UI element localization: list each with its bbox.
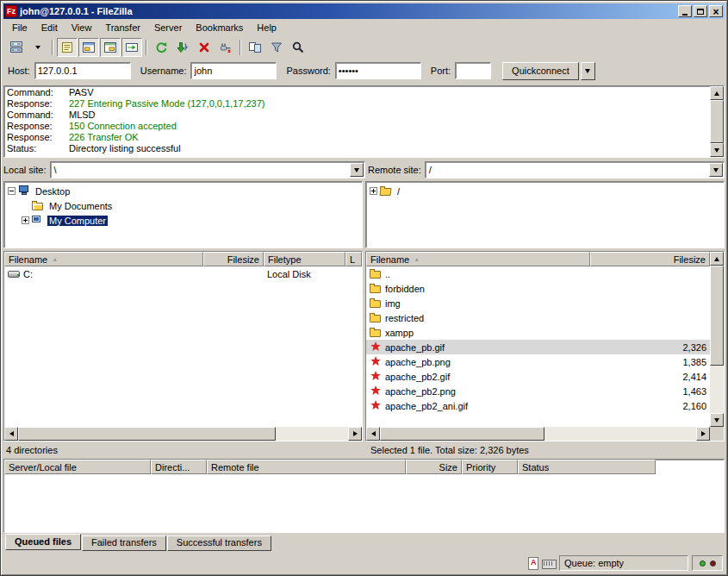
site-manager-dropdown[interactable] [28,38,48,57]
scroll-right-button[interactable] [348,427,362,441]
file-row[interactable]: xampp [366,325,710,340]
process-queue-button[interactable] [172,38,193,57]
scroll-down-button[interactable] [710,143,724,157]
log-line-message: Directory listing successful [69,143,181,154]
title-bar[interactable]: Fz john@127.0.0.1 - FileZilla [3,3,725,19]
queue-tab[interactable]: Successful transfers [167,535,271,551]
column-header[interactable]: Server/Local file [4,460,151,474]
scroll-down-button[interactable] [710,413,724,427]
scrollbar-track[interactable] [710,100,724,143]
quickconnect-dropdown-button[interactable] [581,62,595,80]
tree-item-label: My Computer [47,216,108,226]
transfer-type-icon[interactable] [526,557,539,569]
remote-vertical-scrollbar[interactable] [710,252,724,427]
scroll-up-button[interactable] [710,86,724,100]
scrollbar-thumb[interactable] [710,266,724,366]
queue-body[interactable] [4,474,724,532]
scrollbar-track[interactable] [380,427,696,441]
quickconnect-button[interactable]: Quickconnect [502,62,579,80]
menu-item[interactable]: View [65,20,99,35]
column-header[interactable]: Size [406,460,462,474]
menu-item[interactable]: Server [147,20,189,35]
scrollbar-thumb[interactable] [18,427,276,441]
local-list-body[interactable]: C: Local Disk [4,266,362,427]
remote-list-body[interactable]: .. forbidden [366,266,710,427]
site-manager-button[interactable] [6,38,27,57]
file-row[interactable]: img [366,296,710,310]
file-row[interactable]: forbidden [366,281,710,296]
filename-cell: apache_pb2.gif [366,369,590,384]
column-header[interactable]: Remote file [207,460,406,474]
scroll-left-button[interactable] [4,427,18,441]
filename-filters-button[interactable] [266,38,287,57]
menu-item[interactable]: File [5,20,34,35]
toggle-transfer-queue-button[interactable] [121,38,142,57]
scroll-left-button[interactable] [366,427,380,441]
queue-tab[interactable]: Failed transfers [82,535,166,551]
file-row[interactable]: apache_pb2.gif 2,414 [366,369,710,384]
tree-item[interactable]: / [366,184,724,198]
file-row[interactable]: apache_pb2_ani.gif 2,160 [366,398,710,413]
column-header[interactable]: L [345,252,362,266]
column-header[interactable]: Filename [4,252,203,266]
menu-item[interactable]: Transfer [98,20,147,35]
password-input[interactable] [335,62,421,79]
menu-item[interactable]: Bookmarks [189,20,250,35]
toggle-message-log-button[interactable] [57,38,78,57]
log-vertical-scrollbar[interactable] [710,86,724,157]
scrollbar-track[interactable] [710,266,724,413]
menu-item[interactable]: Edit [34,20,65,35]
column-header[interactable]: Filesize [590,252,710,266]
remote-horizontal-scrollbar[interactable] [366,427,710,441]
tree-expander-icon[interactable] [8,187,16,195]
scroll-up-button[interactable] [710,252,724,266]
speed-limit-icon[interactable] [542,557,556,569]
find-files-button[interactable] [288,38,308,57]
filezilla-window: Fz john@127.0.0.1 - FileZilla FileEditVi… [0,0,728,576]
local-site-dropdown-button[interactable] [350,163,364,177]
file-row[interactable]: .. [366,266,710,281]
cancel-operation-button[interactable] [194,38,215,57]
host-input[interactable] [34,62,131,79]
column-header[interactable]: Status [518,460,656,474]
remote-site-combo[interactable]: / [425,161,725,178]
scrollbar-thumb[interactable] [380,427,544,441]
tree-expander-icon[interactable] [370,187,377,195]
remote-site-dropdown-button[interactable] [709,163,723,177]
scrollbar-track[interactable] [18,427,348,441]
log-line-message: PASV [69,87,94,98]
close-button[interactable] [709,5,723,17]
filename-cell: apache_pb.gif [366,340,590,354]
tree-item[interactable]: My Computer [4,213,362,228]
directory-comparison-button[interactable] [245,38,265,57]
refresh-button[interactable] [151,38,171,57]
tree-expander-icon[interactable] [22,216,29,224]
toggle-remote-tree-button[interactable] [100,38,121,57]
minimize-button[interactable] [678,5,692,17]
local-site-combo[interactable]: \ [50,161,365,178]
column-header[interactable]: Filesize [203,252,264,266]
file-row[interactable]: apache_pb.gif 2,326 [366,340,710,354]
column-header[interactable]: Filetype [264,252,345,266]
file-row[interactable]: apache_pb2.png 1,463 [366,384,710,398]
column-header[interactable]: Directi... [151,460,207,474]
menu-item[interactable]: Help [250,20,283,35]
username-input[interactable] [190,62,277,79]
column-header[interactable]: Priority [462,460,518,474]
file-lists-row: FilenameFilesizeFiletypeL C: Local Disk [3,251,725,441]
tree-item[interactable]: My Documents [4,198,362,213]
toggle-local-tree-button[interactable] [78,38,99,57]
port-input[interactable] [455,62,491,79]
file-row[interactable]: apache_pb.png 1,385 [366,354,710,369]
maximize-button[interactable] [694,5,707,17]
file-row[interactable]: C: Local Disk [4,266,362,281]
disconnect-button[interactable] [215,38,236,57]
tree-item[interactable]: Desktop [4,184,362,198]
dropdown-arrow-icon [585,69,590,73]
file-row[interactable]: restricted [366,310,710,325]
queue-tab[interactable]: Queued files [5,534,81,550]
local-horizontal-scrollbar[interactable] [4,427,362,441]
scrollbar-thumb[interactable] [710,100,724,143]
column-header[interactable]: Filename [366,252,590,266]
scroll-right-button[interactable] [696,427,710,441]
